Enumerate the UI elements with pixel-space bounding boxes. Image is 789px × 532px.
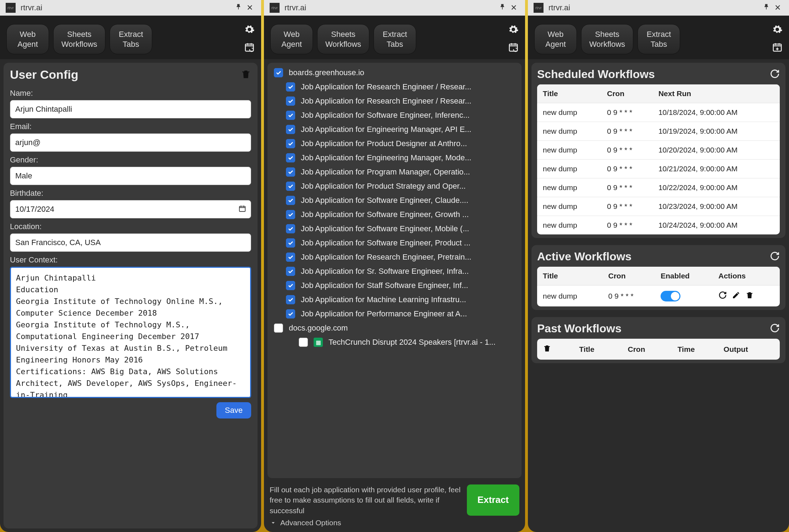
extract-button[interactable]: Extract	[467, 484, 519, 516]
sheets-icon: ▦	[314, 338, 323, 347]
run-icon[interactable]	[718, 291, 727, 301]
tab-item[interactable]: Job Application for Research Engineer / …	[267, 94, 522, 108]
panel-workflows: rtrvr rtrvr.ai ✕ Web Agent Sheets Workfl…	[528, 0, 789, 532]
location-input[interactable]	[10, 233, 251, 252]
app-logo: rtrvr	[6, 3, 16, 13]
delete-icon[interactable]	[745, 290, 754, 301]
trash-icon[interactable]	[241, 68, 251, 82]
tab-item[interactable]: Job Application for Product Designer at …	[267, 137, 522, 151]
tab-web-agent[interactable]: Web Agent	[270, 24, 313, 54]
calendar-icon[interactable]	[238, 205, 246, 214]
tab-item[interactable]: Job Application for Performance Engineer…	[267, 307, 522, 321]
pin-icon[interactable]	[497, 3, 508, 12]
cell-title: new dump	[537, 216, 601, 235]
pin-icon[interactable]	[761, 3, 772, 12]
close-icon[interactable]: ✕	[772, 3, 783, 12]
col-actions: Actions	[713, 267, 780, 286]
checkbox[interactable]	[286, 281, 295, 290]
email-input[interactable]	[10, 133, 251, 152]
calendar-history-icon[interactable]	[508, 42, 519, 52]
tab-extract-tabs[interactable]: Extract Tabs	[110, 24, 152, 54]
gender-input[interactable]	[10, 167, 251, 185]
context-textarea[interactable]	[10, 267, 251, 398]
checkbox[interactable]	[286, 167, 295, 177]
checkbox[interactable]	[274, 323, 283, 333]
checkbox[interactable]	[286, 309, 295, 318]
close-icon[interactable]: ✕	[244, 3, 255, 12]
delete-all-icon[interactable]	[543, 344, 551, 355]
calendar-add-icon[interactable]	[772, 42, 783, 52]
tab-web-agent[interactable]: Web Agent	[534, 24, 577, 54]
advanced-options-toggle[interactable]: Advanced Options	[264, 516, 525, 532]
checkbox[interactable]	[286, 253, 295, 262]
tab-item[interactable]: ▦TechCrunch Disrupt 2024 Speakers [rtrvr…	[267, 335, 522, 349]
tab-sheets-workflows[interactable]: Sheets Workflows	[581, 24, 633, 54]
checkbox[interactable]	[286, 82, 295, 92]
save-button[interactable]: Save	[216, 402, 251, 419]
cell-cron: 0 9 * * *	[603, 286, 655, 307]
checkbox[interactable]	[286, 153, 295, 162]
tab-web-agent[interactable]: Web Agent	[6, 24, 49, 54]
checkbox[interactable]	[286, 224, 295, 233]
calendar-history-icon[interactable]	[244, 42, 255, 52]
tabs-list[interactable]: boards.greenhouse.ioJob Application for …	[267, 63, 522, 478]
gear-icon[interactable]	[244, 24, 255, 35]
tab-sheets-workflows[interactable]: Sheets Workflows	[317, 24, 369, 54]
tab-item-label: Job Application for Engineering Manager,…	[301, 153, 471, 162]
tab-item[interactable]: Job Application for Machine Learning Inf…	[267, 293, 522, 307]
enabled-toggle[interactable]	[661, 291, 680, 301]
checkbox[interactable]	[286, 139, 295, 148]
tab-item[interactable]: Job Application for Staff Software Engin…	[267, 278, 522, 293]
tab-item[interactable]: Job Application for Software Engineer, G…	[267, 207, 522, 222]
tab-item[interactable]: Job Application for Software Engineer, I…	[267, 108, 522, 122]
tab-sheets-workflows[interactable]: Sheets Workflows	[53, 24, 105, 54]
tab-item-label: Job Application for Program Manager, Ope…	[301, 167, 470, 177]
tab-item[interactable]: Job Application for Engineering Manager,…	[267, 151, 522, 165]
tab-item[interactable]: Job Application for Software Engineer, P…	[267, 236, 522, 250]
gear-icon[interactable]	[772, 24, 783, 35]
cell-title: new dump	[537, 160, 601, 178]
edit-icon[interactable]	[732, 291, 740, 301]
domain-row[interactable]: boards.greenhouse.io	[267, 66, 522, 80]
domain-label: boards.greenhouse.io	[289, 68, 364, 77]
tab-item[interactable]: Job Application for Program Manager, Ope…	[267, 165, 522, 179]
tab-item[interactable]: Job Application for Research Engineer / …	[267, 80, 522, 94]
app-title: rtrvr.ai	[21, 3, 42, 12]
checkbox[interactable]	[286, 267, 295, 276]
tab-item[interactable]: Job Application for Product Strategy and…	[267, 179, 522, 193]
tab-extract-tabs[interactable]: Extract Tabs	[374, 24, 416, 54]
table-row: new dump0 9 * * *10/20/2024, 9:00:00 AM	[537, 141, 780, 160]
checkbox[interactable]	[274, 68, 283, 77]
gender-label: Gender:	[10, 155, 251, 165]
cell-cron: 0 9 * * *	[601, 178, 653, 197]
col-cron: Cron	[619, 345, 654, 354]
tab-item[interactable]: Job Application for Software Engineer, C…	[267, 193, 522, 207]
toolbar: Web Agent Sheets Workflows Extract Tabs	[0, 16, 261, 59]
pin-icon[interactable]	[233, 3, 244, 12]
col-title: Title	[569, 345, 605, 354]
checkbox[interactable]	[299, 338, 308, 347]
refresh-icon[interactable]	[770, 251, 780, 262]
tab-item[interactable]: Job Application for Software Engineer, M…	[267, 222, 522, 236]
checkbox[interactable]	[286, 96, 295, 106]
name-input[interactable]	[10, 100, 251, 118]
tab-item[interactable]: Job Application for Research Engineer, P…	[267, 250, 522, 264]
refresh-icon[interactable]	[770, 323, 780, 334]
checkbox[interactable]	[286, 111, 295, 120]
birthdate-input[interactable]	[10, 200, 251, 218]
gear-icon[interactable]	[508, 24, 519, 35]
domain-row[interactable]: docs.google.com	[267, 321, 522, 335]
tab-item-label: Job Application for Engineering Manager,…	[301, 125, 471, 134]
checkbox[interactable]	[286, 238, 295, 248]
checkbox[interactable]	[286, 295, 295, 304]
close-icon[interactable]: ✕	[508, 3, 519, 12]
tab-item[interactable]: Job Application for Engineering Manager,…	[267, 122, 522, 137]
checkbox[interactable]	[286, 210, 295, 219]
checkbox[interactable]	[286, 182, 295, 191]
refresh-icon[interactable]	[770, 69, 780, 80]
tab-item[interactable]: Job Application for Sr. Software Enginee…	[267, 264, 522, 278]
tab-extract-tabs[interactable]: Extract Tabs	[638, 24, 680, 54]
active-table: Title Cron Enabled Actions new dump 0 9 …	[537, 267, 780, 306]
checkbox[interactable]	[286, 125, 295, 134]
checkbox[interactable]	[286, 196, 295, 205]
